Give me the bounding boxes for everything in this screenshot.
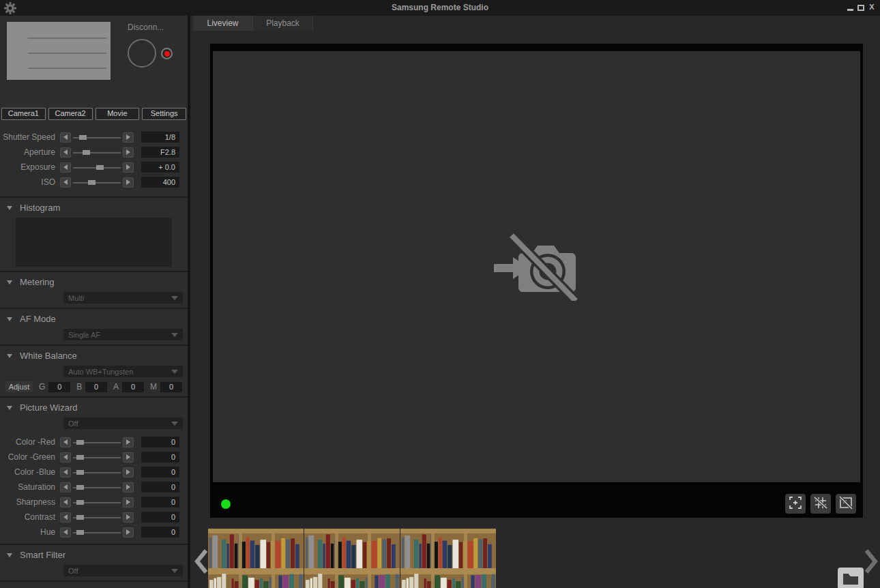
slider-track[interactable] <box>73 512 121 523</box>
wb-channel-value-m[interactable]: 0 <box>160 382 182 392</box>
slider-increase-button[interactable] <box>123 512 134 523</box>
metering-section-header[interactable]: Metering <box>0 272 188 291</box>
smart-filter-dropdown[interactable]: Off <box>63 565 183 576</box>
slider-track[interactable] <box>73 527 121 538</box>
camera-tab-movie[interactable]: Movie <box>96 108 140 120</box>
slider-decrease-button[interactable] <box>60 482 71 493</box>
slider-decrease-button[interactable] <box>60 512 71 523</box>
grid-off-button[interactable] <box>810 494 831 514</box>
collapse-triangle-icon <box>7 317 12 321</box>
slider-increase-button[interactable] <box>123 452 134 462</box>
slider-handle[interactable] <box>96 165 104 170</box>
record-icon <box>164 51 170 57</box>
picture-wizard-dropdown[interactable]: Off <box>63 417 183 429</box>
slider-track[interactable] <box>73 437 121 447</box>
af-mode-dropdown[interactable]: Single AF <box>63 329 183 340</box>
slider-track[interactable] <box>73 162 121 173</box>
filmstrip-prev-button[interactable] <box>194 548 209 577</box>
slider-decrease-button[interactable] <box>60 162 71 173</box>
histogram-section-header[interactable]: Histogram <box>0 198 188 216</box>
slider-increase-button[interactable] <box>123 497 134 508</box>
slider-handle[interactable] <box>76 455 84 460</box>
wb-adjust-button[interactable]: Adjust <box>5 381 33 392</box>
slider-track[interactable] <box>73 132 121 143</box>
histogram-display <box>16 218 172 267</box>
slider-increase-button[interactable] <box>123 147 134 158</box>
camera-tab-camera2[interactable]: Camera2 <box>48 108 93 120</box>
slider-increase-button[interactable] <box>123 162 134 173</box>
tab-playback[interactable]: Playback <box>253 16 313 31</box>
camera-tab-camera1[interactable]: Camera1 <box>1 108 46 120</box>
slider-handle[interactable] <box>76 500 84 505</box>
slider-handle[interactable] <box>83 150 90 155</box>
triangle-left-icon <box>63 499 68 505</box>
slider-value[interactable]: 1/8 <box>141 132 179 143</box>
slider-value[interactable]: 400 <box>141 177 179 188</box>
slider-decrease-button[interactable] <box>60 132 71 143</box>
slider-value[interactable]: + 0.0 <box>141 162 179 173</box>
camera-tab-settings[interactable]: Settings <box>142 108 186 120</box>
slider-handle[interactable] <box>76 470 84 475</box>
slider-value[interactable]: 0 <box>141 527 179 538</box>
filmstrip-next-button[interactable] <box>864 548 879 577</box>
wb-channel-label-g: G <box>39 382 45 392</box>
white-balance-section-header[interactable]: White Balance <box>0 346 188 364</box>
slider-decrease-button[interactable] <box>60 147 71 158</box>
wb-channel-value-g[interactable]: 0 <box>48 382 70 392</box>
maximize-button[interactable] <box>857 3 865 11</box>
record-button[interactable] <box>161 48 173 59</box>
slider-value[interactable]: 0 <box>141 482 179 493</box>
slider-track[interactable] <box>73 177 121 188</box>
slider-increase-button[interactable] <box>123 527 134 538</box>
metering-dropdown[interactable]: Multi <box>63 292 183 304</box>
slider-increase-button[interactable] <box>123 132 134 143</box>
slider-handle[interactable] <box>76 530 84 535</box>
smart-filter-section-header[interactable]: Smart Filter <box>0 545 188 563</box>
slider-increase-button[interactable] <box>123 467 134 477</box>
overlay-off-button[interactable] <box>836 494 856 514</box>
triangle-left-icon <box>63 514 68 520</box>
open-folder-button[interactable] <box>838 568 864 588</box>
white-balance-dropdown[interactable]: Auto WB+Tungsten <box>63 366 183 377</box>
slider-decrease-button[interactable] <box>60 467 71 477</box>
slider-handle[interactable] <box>79 135 87 140</box>
af-mode-section-header[interactable]: AF Mode <box>0 309 188 327</box>
slider-increase-button[interactable] <box>123 177 134 188</box>
slider-increase-button[interactable] <box>123 437 134 447</box>
slider-decrease-button[interactable] <box>60 437 71 447</box>
slider-handle[interactable] <box>76 515 84 520</box>
lcd-line <box>28 68 106 69</box>
slider-handle[interactable] <box>76 485 84 490</box>
slider-decrease-button[interactable] <box>60 177 71 188</box>
picture-wizard-section-header[interactable]: Picture Wizard <box>0 398 188 416</box>
slider-track[interactable] <box>73 467 121 477</box>
slider-value[interactable]: 0 <box>141 467 179 477</box>
slider-value[interactable]: 0 <box>141 497 179 508</box>
wb-channel-value-b[interactable]: 0 <box>85 382 107 392</box>
wb-channel-value-a[interactable]: 0 <box>122 382 144 392</box>
close-button[interactable]: X <box>868 3 876 11</box>
photo-thumbnail[interactable] <box>400 529 496 588</box>
slider-decrease-button[interactable] <box>60 527 71 538</box>
slider-decrease-button[interactable] <box>60 497 71 508</box>
shutter-release-button[interactable] <box>128 39 156 68</box>
slider-handle[interactable] <box>76 440 84 445</box>
photo-thumbnail[interactable] <box>208 529 304 588</box>
slider-value[interactable]: F2.8 <box>141 147 179 158</box>
slider-decrease-button[interactable] <box>60 452 71 462</box>
photo-thumbnail[interactable] <box>304 529 400 588</box>
slider-value[interactable]: 0 <box>141 437 179 447</box>
slider-value[interactable]: 0 <box>141 512 179 523</box>
control-panel: Disconn... Camera1Camera2MovieSettings S… <box>0 16 190 588</box>
slider-track[interactable] <box>73 497 121 508</box>
slider-value[interactable]: 0 <box>141 452 179 462</box>
slider-handle[interactable] <box>88 180 96 185</box>
tab-liveview[interactable]: Liveview <box>193 16 253 31</box>
minimize-button[interactable] <box>846 3 854 11</box>
af-area-button[interactable] <box>785 494 806 514</box>
slider-increase-button[interactable] <box>123 482 134 493</box>
triangle-left-icon <box>63 164 68 170</box>
slider-track[interactable] <box>73 482 121 493</box>
slider-track[interactable] <box>73 147 121 158</box>
slider-track[interactable] <box>73 452 121 462</box>
